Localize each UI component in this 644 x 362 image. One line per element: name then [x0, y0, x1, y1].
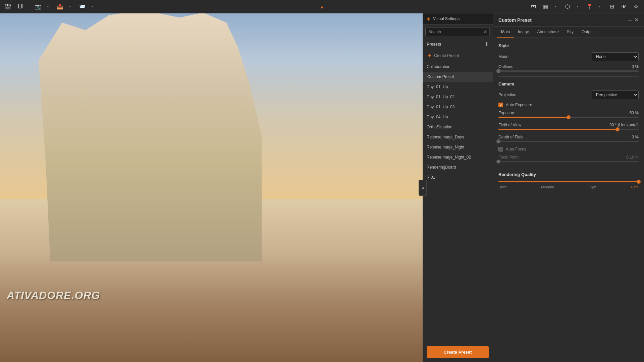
- releaseimage-night02-label: ReleaseImage_Night_02: [427, 155, 471, 160]
- quality-label-medium: Medium: [541, 185, 554, 189]
- exposure-slider-thumb[interactable]: [567, 115, 571, 119]
- preset-item-day04up[interactable]: Day_04_Up: [423, 112, 493, 122]
- preset-item-day01up[interactable]: Day_01_Up: [423, 82, 493, 92]
- search-clear-icon[interactable]: ✕: [481, 28, 489, 36]
- top-toolbar: 🎬 🎞 📷 ▼ 📤 ▼ 📨 ▼ ▲ 🗺 ▦ ▼ ⬡ ▼ 📍 ▼ ⊞: [0, 0, 644, 13]
- visual-settings-icon: ◈: [427, 16, 430, 21]
- auto-exposure-checkbox[interactable]: [498, 103, 503, 107]
- preset-item-ri01[interactable]: RI01: [423, 172, 493, 182]
- fov-header: Field of View 90 ° (Horizontal): [498, 123, 639, 127]
- exposure-slider[interactable]: [498, 117, 639, 118]
- outlines-header: Outlines 0 %: [498, 64, 639, 69]
- export-icon[interactable]: 📤: [55, 2, 65, 11]
- quality-slider-track[interactable]: [498, 181, 639, 182]
- export-dropdown-icon[interactable]: ▼: [65, 2, 75, 11]
- projection-label: Projection: [498, 93, 516, 97]
- style-section-title: Style: [498, 43, 639, 48]
- preset-item-collaboration[interactable]: Collaboration: [423, 62, 493, 72]
- preset-item-renderingboard[interactable]: RenderingBoard: [423, 162, 493, 172]
- preset-item-releaseimage-days[interactable]: ReleaseImage_Days: [423, 132, 493, 142]
- search-input[interactable]: [426, 28, 481, 36]
- grid-icon[interactable]: ▦: [541, 2, 550, 11]
- settings-icon[interactable]: ⚙: [631, 2, 641, 11]
- tab-output[interactable]: Output: [578, 27, 598, 38]
- cube-dropdown-icon[interactable]: ▼: [573, 2, 582, 11]
- tab-image[interactable]: Image: [514, 27, 533, 38]
- location-icon[interactable]: 📍: [585, 2, 594, 11]
- style-section: Style Mode None Sketch Watercolor Oil Pa…: [498, 43, 639, 72]
- tab-atmosphere[interactable]: Atmosphere: [533, 27, 563, 38]
- camera-settings-icon[interactable]: 📷: [33, 2, 43, 11]
- collaboration-label: Collaboration: [427, 64, 450, 69]
- preset-item-releaseimage-night02[interactable]: ReleaseImage_Night_02: [423, 152, 493, 162]
- presets-list: ＋ Create Preset Collaboration Custom Pre…: [423, 49, 493, 182]
- film-icon[interactable]: 🎬: [3, 2, 13, 11]
- quality-slider-thumb[interactable]: [637, 180, 641, 184]
- fov-slider[interactable]: [498, 129, 639, 130]
- dof-header: Depth of Field 0 %: [498, 135, 639, 139]
- create-preset-label: Create Preset: [434, 53, 459, 58]
- quality-slider-fill: [498, 181, 639, 182]
- tab-sky[interactable]: Sky: [563, 27, 578, 38]
- orthosituation-label: OrthoSituation: [427, 125, 452, 129]
- movie-icon[interactable]: 🎞: [15, 2, 25, 11]
- section-divider-2: [498, 167, 639, 167]
- collapse-chevron[interactable]: ▲: [320, 4, 324, 9]
- mode-label: Mode: [498, 54, 508, 59]
- auto-exposure-label: Auto Exposure: [506, 103, 532, 107]
- preset-item-custom-preset[interactable]: Custom Preset: [423, 72, 493, 82]
- quality-label-ultra: Ultra: [631, 185, 639, 189]
- exposure-slider-fill: [498, 117, 569, 118]
- mode-select[interactable]: None Sketch Watercolor Oil Paint: [592, 52, 639, 61]
- outlines-slider[interactable]: [498, 70, 639, 72]
- tab-main[interactable]: Main: [497, 27, 514, 38]
- view-icon[interactable]: 👁: [619, 2, 629, 11]
- outlines-value: 0 %: [632, 64, 639, 69]
- outlines-slider-thumb[interactable]: [496, 69, 500, 73]
- cube-icon[interactable]: ⬡: [563, 2, 572, 11]
- presets-label: Presets: [427, 42, 441, 47]
- search-button[interactable]: 🔍: [489, 27, 490, 36]
- create-preset-button[interactable]: Create Preset: [427, 346, 489, 358]
- preset-item-day01up03[interactable]: Day_01_Up_03: [423, 102, 493, 112]
- outlines-label: Outlines: [498, 64, 513, 69]
- share-icon[interactable]: 📨: [77, 2, 87, 11]
- preset-item-orthosituation[interactable]: OrthoSituation: [423, 122, 493, 132]
- share-dropdown-icon[interactable]: ▼: [88, 2, 97, 11]
- close-button[interactable]: ✕: [634, 17, 639, 23]
- watermark: ATIVADORE.ORG: [7, 289, 100, 302]
- day01up02-label: Day_01_Up_02: [427, 95, 454, 99]
- location-group: 📍 ▼: [585, 2, 604, 11]
- dof-slider-thumb[interactable]: [496, 139, 500, 143]
- map-icon[interactable]: 🗺: [529, 2, 538, 11]
- preset-item-day01up02[interactable]: Day_01_Up_02: [423, 92, 493, 102]
- import-icon[interactable]: ⬇: [484, 41, 489, 47]
- panel-container: ◈ Visual Settings ✕ 🔍 Presets ⬇ ＋ Create…: [423, 13, 644, 362]
- fov-slider-thumb[interactable]: [615, 127, 620, 131]
- fov-label: Field of View: [498, 123, 521, 127]
- cube-group: ⬡ ▼: [563, 2, 582, 11]
- day01up03-label: Day_01_Up_03: [427, 105, 454, 109]
- preset-item-releaseimage-night[interactable]: ReleaseImage_Night: [423, 142, 493, 152]
- custom-preset-label: Custom Preset: [427, 74, 454, 79]
- projection-select[interactable]: Perspective Orthographic Isometric: [592, 90, 639, 99]
- plus-icon: ＋: [427, 52, 432, 59]
- dof-slider[interactable]: [498, 141, 639, 142]
- focal-point-label: Focal Point: [498, 155, 519, 160]
- auto-focus-checkbox[interactable]: [498, 147, 503, 152]
- dof-value: 0 %: [632, 135, 639, 139]
- collapse-toggle[interactable]: ◀: [419, 180, 427, 196]
- camera-dropdown-icon[interactable]: ▼: [43, 2, 53, 11]
- settings-panel: Custom Preset ─ ✕ Main Image Atmosphere …: [493, 13, 644, 362]
- camera-section: Camera Projection Perspective Orthograph…: [498, 81, 639, 162]
- layers-icon[interactable]: ⊞: [607, 2, 616, 11]
- preset-item-create[interactable]: ＋ Create Preset: [423, 49, 493, 62]
- exposure-header: Exposure 50 %: [498, 111, 639, 115]
- export-group: 📤 ▼: [55, 2, 75, 11]
- grid-dropdown-icon[interactable]: ▼: [551, 2, 560, 11]
- location-dropdown-icon[interactable]: ▼: [595, 2, 604, 11]
- minimize-button[interactable]: ─: [628, 17, 632, 23]
- outlines-row: Outlines 0 %: [498, 64, 639, 72]
- dof-row: Depth of Field 0 %: [498, 135, 639, 142]
- rendering-quality-title: Rendering Quality: [498, 172, 639, 177]
